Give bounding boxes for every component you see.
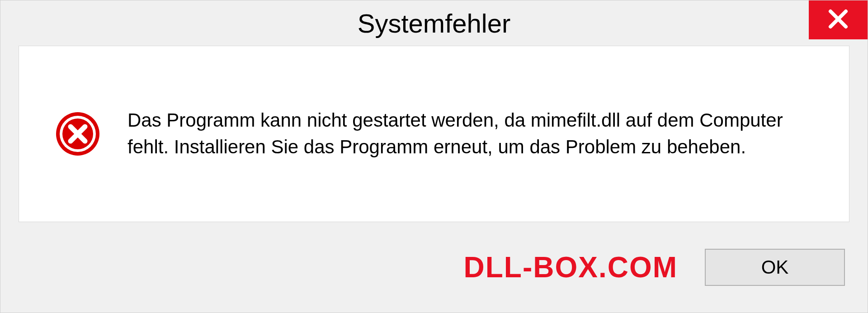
ok-button[interactable]: OK <box>705 249 845 286</box>
watermark-text: DLL-BOX.COM <box>464 251 678 284</box>
error-dialog: Systemfehler Das Programm kann nicht ges… <box>0 0 868 313</box>
error-message: Das Programm kann nicht gestartet werden… <box>127 107 813 161</box>
content-area: Das Programm kann nicht gestartet werden… <box>19 46 849 222</box>
close-button[interactable] <box>809 0 868 39</box>
close-icon <box>827 8 849 32</box>
error-icon <box>55 111 100 156</box>
dialog-title: Systemfehler <box>358 8 510 38</box>
titlebar: Systemfehler <box>0 0 868 46</box>
dialog-footer: DLL-BOX.COM OK <box>0 236 868 313</box>
